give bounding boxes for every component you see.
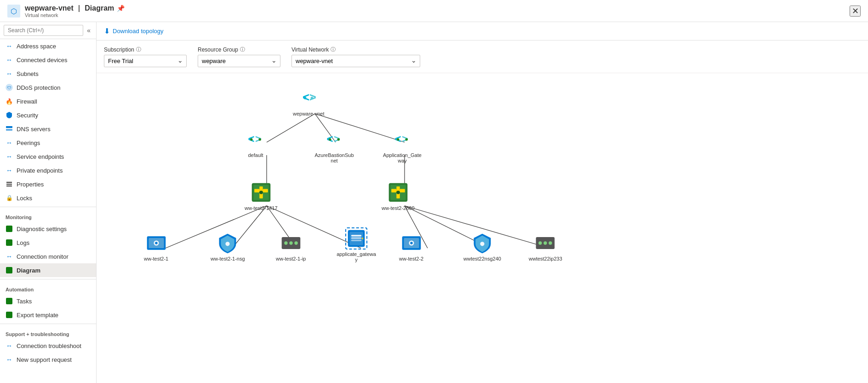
svg-point-80 — [549, 241, 552, 244]
svg-rect-45 — [254, 189, 259, 192]
sidebar-item-export[interactable]: Export template — [0, 308, 96, 322]
sidebar-item-diagram[interactable]: Diagram — [0, 263, 96, 277]
sidebar-label: DNS servers — [17, 126, 51, 133]
node-default-subnet[interactable]: < > default — [245, 128, 267, 158]
subscription-select-wrapper: Free Trial — [104, 55, 187, 67]
node-shield-1-nsg[interactable]: ww-test2-1-nsg — [211, 232, 245, 261]
svg-point-49 — [259, 191, 263, 194]
sidebar-item-security[interactable]: Security — [0, 108, 96, 122]
sidebar-item-firewall[interactable]: 🔥 Firewall — [0, 94, 96, 108]
search-input[interactable] — [4, 25, 83, 36]
diagram-area: < > wepware-vnet < — [97, 73, 868, 383]
node-vm-1[interactable]: ww-test2-1 — [144, 232, 168, 261]
firewall-icon: 🔥 — [6, 98, 13, 105]
svg-point-41 — [397, 138, 400, 141]
sidebar-label: Subnets — [17, 70, 39, 77]
node-label-nsg-1: ww-test2-1-nsg — [211, 256, 245, 261]
virtual-network-select[interactable]: wepware-vnet — [291, 55, 420, 67]
svg-point-64 — [289, 241, 292, 244]
sidebar-item-new-support[interactable]: ↔ New support request — [0, 353, 96, 366]
sidebar-item-logs[interactable]: Logs — [0, 236, 96, 250]
node-appgw[interactable]: applicate_gateway — [336, 227, 377, 262]
sidebar-item-subnets[interactable]: ↔ Subnets — [0, 67, 96, 81]
node-nsg-2660[interactable]: ww-test2-2660 — [382, 181, 415, 211]
svg-rect-13 — [6, 312, 12, 318]
appgw-icon — [345, 227, 367, 250]
sidebar-label: Properties — [17, 181, 44, 188]
svg-text:⬡: ⬡ — [11, 7, 17, 15]
node-shield-2-nsg[interactable]: wwtest22nsg240 — [463, 232, 501, 261]
virtual-network-label: Virtual Network ⓘ — [291, 46, 420, 53]
sidebar-item-connection-monitor[interactable]: ↔ Connection monitor — [0, 250, 96, 263]
sidebar-item-address-space[interactable]: ↔ Address space — [0, 39, 96, 53]
diagnostic-icon — [6, 225, 13, 232]
sidebar-item-connected-devices[interactable]: ↔ Connected devices — [0, 53, 96, 67]
svg-point-29 — [304, 97, 307, 99]
close-button[interactable]: ✕ — [850, 6, 861, 17]
svg-rect-10 — [6, 239, 12, 246]
dns-icon — [6, 125, 13, 133]
svg-rect-8 — [6, 186, 12, 186]
sidebar-item-dns[interactable]: DNS servers — [0, 122, 96, 136]
svg-rect-52 — [391, 189, 396, 192]
sidebar-label: Private endpoints — [17, 167, 63, 174]
collapse-sidebar-button[interactable]: « — [85, 26, 92, 35]
sidebar-item-properties[interactable]: Properties — [0, 177, 96, 191]
diagram-icon — [6, 267, 13, 274]
svg-rect-12 — [6, 298, 12, 304]
sidebar-label: Peerings — [17, 139, 40, 146]
node-appgw-subnet[interactable]: < > Application_Gateway — [382, 128, 423, 163]
header-title-group: wepware-vnet | Diagram 📌 Virtual network — [25, 4, 125, 18]
resource-group-filter: Resource Group ⓘ wepware — [198, 46, 280, 67]
sidebar-label: Connection monitor — [17, 253, 69, 260]
node-ip-2[interactable]: wwtest22ip233 — [529, 232, 562, 261]
shield-nsg2-icon — [471, 232, 493, 254]
properties-icon — [6, 180, 13, 188]
node-wepware-vnet[interactable]: < > wepware-vnet — [293, 87, 324, 116]
sidebar-label: Security — [17, 112, 38, 119]
sidebar-item-tasks[interactable]: Tasks — [0, 294, 96, 308]
new-support-icon: ↔ — [6, 356, 13, 363]
sidebar-item-locks[interactable]: 🔒 Locks — [0, 191, 96, 205]
node-azurebastion-subnet[interactable]: < > AzureBastionSubnet — [314, 128, 355, 163]
subnets-icon: ↔ — [6, 70, 13, 77]
resource-group-select[interactable]: wepware — [198, 55, 280, 67]
svg-point-78 — [539, 241, 542, 244]
node-label-default: default — [248, 152, 263, 158]
node-nsg-1417[interactable]: ww-test2-1417 — [245, 181, 278, 211]
content-area: ⬇ Download topology Subscription ⓘ Free … — [97, 22, 868, 383]
node-label-vm-1: ww-test2-1 — [144, 256, 168, 261]
logs-icon — [6, 239, 13, 246]
download-icon: ⬇ — [104, 27, 110, 35]
sidebar-label: Locks — [17, 195, 32, 202]
pin-icon[interactable]: 📌 — [117, 5, 125, 12]
subscription-select[interactable]: Free Trial — [104, 55, 187, 67]
svg-rect-53 — [400, 189, 405, 192]
sidebar-item-diagnostic[interactable]: Diagnostic settings — [0, 222, 96, 236]
vnet-icon: < > — [297, 87, 320, 109]
download-topology-button[interactable]: ⬇ Download topology — [104, 27, 164, 35]
automation-section-label: Automation — [0, 281, 96, 294]
locks-icon: 🔒 — [6, 194, 13, 202]
node-label-ip-2: wwtest22ip233 — [529, 256, 562, 261]
svg-point-30 — [311, 97, 314, 99]
virtual-network-filter: Virtual Network ⓘ wepware-vnet — [291, 46, 420, 67]
sidebar-item-private-endpoints[interactable]: ↔ Private endpoints — [0, 163, 96, 177]
svg-rect-69 — [351, 237, 362, 238]
header-title: wepware-vnet | Diagram 📌 — [25, 4, 125, 12]
node-label-wepware-vnet: wepware-vnet — [293, 111, 324, 116]
svg-point-42 — [405, 138, 408, 141]
node-label-nsg-2: wwtest22nsg240 — [463, 256, 501, 261]
vm-2-icon — [400, 232, 423, 254]
ddos-icon: 🛡 — [6, 84, 13, 91]
sidebar-item-service-endpoints[interactable]: ↔ Service endpoints — [0, 150, 96, 163]
sidebar-item-peerings[interactable]: ↔ Peerings — [0, 136, 96, 150]
sidebar-item-ddos[interactable]: 🛡 DDoS protection — [0, 81, 96, 94]
node-ip-1[interactable]: ww-test2-1-ip — [276, 232, 306, 261]
page-name: Diagram — [85, 4, 114, 12]
node-label-nsg-1417: ww-test2-1417 — [245, 205, 278, 211]
azurebastion-icon: < > — [323, 128, 345, 151]
node-label-appgw-subnet: Application_Gateway — [382, 152, 423, 163]
node-vm-2[interactable]: ww-test2-2 — [399, 232, 423, 261]
sidebar-item-connection-troubleshoot[interactable]: ↔ Connection troubleshoot — [0, 339, 96, 353]
